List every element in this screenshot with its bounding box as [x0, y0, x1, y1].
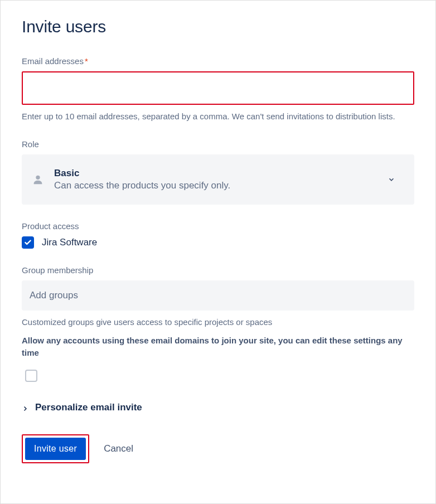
email-help-text: Enter up to 10 email addresses, separate…: [22, 110, 414, 123]
chevron-down-icon: [387, 176, 395, 183]
role-label: Role: [22, 139, 414, 149]
personalize-email-toggle[interactable]: Personalize email invite: [22, 402, 414, 413]
email-label: Email addresses*: [22, 56, 414, 66]
cancel-button[interactable]: Cancel: [104, 443, 133, 454]
group-membership-input[interactable]: [22, 280, 414, 311]
required-indicator: *: [85, 56, 88, 66]
allow-domains-checkbox[interactable]: [25, 370, 37, 382]
role-select[interactable]: Basic Can access the products you specif…: [22, 154, 414, 205]
person-icon: [32, 173, 44, 186]
chevron-right-icon: [22, 404, 28, 411]
page-title: Invite users: [22, 17, 414, 36]
allow-domains-text: Allow any accounts using these email dom…: [22, 335, 414, 360]
email-input[interactable]: [22, 71, 414, 105]
role-description: Can access the products you specify only…: [54, 180, 381, 191]
jira-software-checkbox[interactable]: [22, 236, 34, 249]
group-membership-label: Group membership: [22, 265, 414, 275]
personalize-label: Personalize email invite: [35, 402, 142, 413]
svg-point-0: [36, 175, 40, 179]
invite-button-highlight: Invite user: [22, 434, 89, 463]
group-membership-help: Customized groups give users access to s…: [22, 317, 414, 327]
product-label: Jira Software: [42, 237, 97, 248]
role-name: Basic: [54, 168, 381, 179]
invite-user-button[interactable]: Invite user: [25, 438, 86, 460]
product-access-label: Product access: [22, 221, 414, 231]
product-access-item: Jira Software: [22, 236, 414, 249]
